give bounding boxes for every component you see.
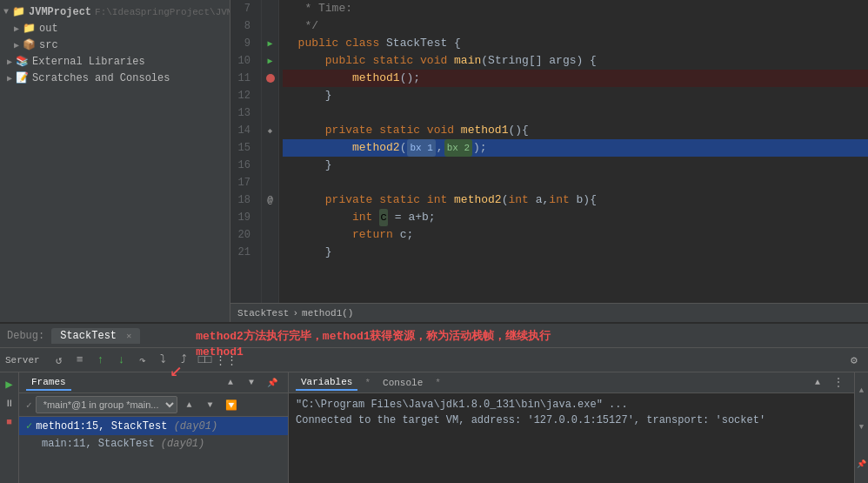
ln-18: 18 — [230, 191, 256, 209]
gutter-15 — [262, 139, 278, 157]
at-18: @ — [267, 195, 273, 205]
line-numbers: 7 8 9 10 11 12 13 14 15 16 17 18 19 20 2… — [230, 0, 262, 303]
tb-btn-frames[interactable]: □□ — [197, 352, 214, 369]
tb-btn-more[interactable]: ⋮⋮ — [217, 352, 235, 369]
frame-label-1: main:11, StackTest (day01) — [42, 438, 204, 450]
comment-8: */ — [284, 17, 318, 35]
gutter-11[interactable] — [262, 70, 278, 87]
frames-scroll-dn[interactable]: ▼ — [243, 374, 260, 392]
gutter-7 — [262, 0, 278, 17]
editor-area: 7 8 9 10 11 12 13 14 15 16 17 18 19 20 2… — [230, 0, 868, 322]
right-scroll-dn[interactable]: ▼ — [855, 409, 868, 446]
gutter-9[interactable]: ▶ — [262, 35, 278, 52]
tb-btn-stepout[interactable]: ⤴ — [176, 352, 193, 369]
frame-item-0[interactable]: ✓ method1:15, StackTest (day01) — [19, 417, 288, 435]
gutter-19 — [262, 209, 278, 226]
header-sep-1: * — [364, 378, 371, 388]
right-scroll-up[interactable]: ▲ — [855, 372, 868, 409]
sidebar-item-scratches-label: Scratches and Consoles — [32, 72, 170, 84]
variables-tab[interactable]: Variables — [296, 375, 357, 391]
src-icon: 📦 — [23, 38, 36, 51]
code-line-17 — [283, 174, 868, 191]
code-line-9: public class StackTest { — [283, 35, 868, 52]
src-arrow: ▶ — [14, 40, 19, 50]
code-view: 7 8 9 10 11 12 13 14 15 16 17 18 19 20 2… — [230, 0, 868, 303]
frame-item-1[interactable]: main:11, StackTest (day01) — [19, 435, 288, 453]
debug-right: Variables * Console * ▲ ⋮ "C:\Program Fi… — [289, 372, 854, 483]
code-line-7: * Time: — [283, 0, 868, 17]
breadcrumb-sep: › — [292, 308, 298, 319]
method2-call: method2 — [352, 139, 400, 157]
console-scroll-up-btn[interactable]: ▲ — [809, 374, 826, 392]
console-content: "C:\Program Files\Java\jdk1.8.0_131\bin\… — [289, 393, 854, 483]
right-pin[interactable]: 📌 — [855, 446, 868, 483]
right-scroll-buttons: ▲ ▼ 📌 — [854, 372, 868, 483]
sidebar-project-root[interactable]: ▼ 📁 JVMProject F:\IdeaSpringProject\JVM — [0, 3, 230, 20]
frames-header: Frames ▲ ▼ 📌 — [19, 372, 288, 393]
code-line-20: return c; — [283, 226, 868, 244]
tb-btn-down[interactable]: ↓ — [113, 352, 130, 369]
ln-13: 13 — [230, 104, 256, 122]
ln-20: 20 — [230, 226, 256, 244]
thread-dropdown[interactable]: *main*@1 in group *main... — [36, 396, 177, 413]
thread-filter[interactable]: 🔽 — [223, 396, 240, 413]
console-more-btn[interactable]: ⋮ — [830, 374, 847, 392]
side-btn-stop[interactable]: ■ — [2, 414, 17, 430]
tb-btn-rerun[interactable]: ↺ — [50, 352, 68, 369]
ln-21: 21 — [230, 244, 256, 261]
frames-scroll-up[interactable]: ▲ — [222, 374, 239, 392]
breadcrumb-file: StackTest — [237, 308, 289, 319]
gutter-14: ◆ — [262, 122, 278, 139]
ln-15: 15 — [230, 139, 256, 157]
ln-16: 16 — [230, 157, 256, 174]
code-line-18: private static int method2(int a,int b){ — [283, 191, 868, 209]
tb-btn-stepinto[interactable]: ⤵ — [155, 352, 172, 369]
tb-btn-layout[interactable]: ≡ — [71, 352, 89, 369]
bottom-panel: Debug: StackTest ✕ method2方法执行完毕，method1… — [0, 322, 868, 483]
frames-tab[interactable]: Frames — [26, 375, 71, 391]
code-line-8: */ — [283, 17, 868, 35]
gutter-13 — [262, 104, 278, 122]
debug-side-buttons: ▶ ⏸ ■ — [0, 372, 19, 483]
code-lines: * Time: */ public class StackTest { publ… — [279, 0, 868, 303]
checkmark-icon: ✓ — [26, 399, 32, 411]
header-sep-2: * — [435, 378, 441, 388]
console-tab[interactable]: Console — [377, 376, 428, 390]
code-line-12: } — [283, 87, 868, 104]
code-line-10: public static void main(String[] args) { — [283, 52, 868, 70]
thread-nav-up[interactable]: ▲ — [181, 396, 198, 413]
sidebar-item-out[interactable]: ▶ 📁 out — [0, 20, 230, 37]
side-btn-resume[interactable]: ▶ — [2, 376, 17, 392]
tb-btn-up[interactable]: ↑ — [92, 352, 110, 369]
gutter-10[interactable]: ▶ — [262, 52, 278, 70]
debug-tab-bar: Debug: StackTest ✕ method2方法执行完毕，method1… — [0, 324, 868, 348]
tb-btn-settings[interactable]: ⚙ — [845, 352, 863, 369]
ln-9: 9 — [230, 35, 256, 52]
debug-tab-close[interactable]: ✕ — [126, 332, 131, 341]
gutter-17 — [262, 174, 278, 191]
gutter-18: @ — [262, 191, 278, 209]
side-btn-pause[interactable]: ⏸ — [2, 395, 17, 411]
run-icon-9[interactable]: ▶ — [267, 38, 272, 49]
debug-tab-label: StackTest — [60, 330, 117, 342]
vars-console-header: Variables * Console * ▲ ⋮ — [289, 372, 854, 393]
run-icon-10[interactable]: ▶ — [267, 56, 272, 66]
gutter-20 — [262, 226, 278, 244]
frames-pin[interactable]: 📌 — [264, 374, 281, 392]
debug-body: ▶ ⏸ ■ Frames ▲ ▼ 📌 ✓ *main*@1 in group *… — [0, 372, 868, 483]
extlibs-arrow: ▶ — [7, 57, 12, 67]
sidebar-item-src-label: src — [39, 39, 58, 51]
thread-nav-dn[interactable]: ▼ — [202, 396, 219, 413]
code-line-13 — [283, 104, 868, 122]
tb-btn-stepover[interactable]: ↷ — [134, 352, 151, 369]
sidebar-item-scratches[interactable]: ▶ 📝 Scratches and Consoles — [0, 70, 230, 86]
var-c: c — [379, 209, 388, 226]
sidebar-item-src[interactable]: ▶ 📦 src — [0, 37, 230, 53]
sidebar-item-extlibs[interactable]: ▶ 📚 External Libraries — [0, 53, 230, 70]
debug-tab-stacktest[interactable]: StackTest ✕ — [51, 328, 140, 344]
breakpoint-11[interactable] — [266, 74, 275, 83]
code-line-14: private static void method1(){ — [283, 122, 868, 139]
project-icon: 📁 — [12, 5, 25, 18]
thread-selector: ✓ *main*@1 in group *main... ▲ ▼ 🔽 — [19, 393, 288, 417]
ln-11: 11 — [230, 70, 256, 87]
